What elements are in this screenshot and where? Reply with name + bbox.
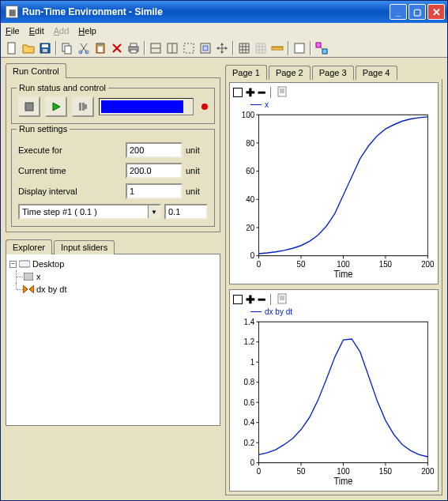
svg-rect-38 [21,262,28,266]
open-icon[interactable] [21,40,36,56]
svg-rect-11 [98,43,103,45]
stop-button[interactable] [18,96,40,117]
timestep-select[interactable]: Time step #1 ( 0.1 ) ▼ [18,204,161,220]
chart-checkbox[interactable] [233,88,243,97]
svg-text:0: 0 [257,467,262,477]
current-time-unit: unit [186,166,208,175]
svg-rect-29 [316,43,321,47]
tree-root[interactable]: − Desktop [9,258,216,270]
tab-run-control[interactable]: Run Control [6,63,66,78]
play-button[interactable] [45,96,67,117]
chart-legend: x [232,100,436,109]
timestep-value-input[interactable]: 0.1 [164,204,208,220]
pane-v-icon[interactable] [164,40,180,56]
content-area: Run Control Run status and control [1,58,447,500]
tree-item[interactable]: dx by dt [9,283,216,296]
svg-point-9 [85,51,88,54]
svg-rect-39 [24,273,33,281]
svg-rect-32 [25,103,33,111]
svg-rect-74 [259,322,428,462]
print-icon[interactable] [126,40,141,56]
run-control-body: Run status and control [6,77,220,232]
app-icon: ▦ [6,6,18,18]
display-interval-input[interactable]: 1 [126,183,183,199]
chevron-down-icon: ▼ [148,205,160,218]
svg-rect-30 [322,49,327,54]
toolbar [1,39,447,58]
link-icon[interactable] [314,40,329,56]
progress-bar [99,98,194,115]
svg-rect-16 [130,43,137,47]
svg-text:20: 20 [246,223,254,232]
svg-text:50: 50 [297,260,306,269]
select-icon[interactable] [198,40,213,56]
current-time-label: Current time [18,166,126,175]
svg-text:200: 200 [421,467,435,477]
current-time-input[interactable]: 200.0 [126,163,183,179]
frame-icon[interactable] [181,40,197,56]
titlebar[interactable]: ▦ Run-Time Environment - Simile _ ▢ ✕ [1,1,447,23]
copy-icon[interactable] [59,40,75,56]
tab-page-3[interactable]: Page 3 [312,66,354,80]
svg-text:0: 0 [257,260,262,269]
app-window: ▦ Run-Time Environment - Simile _ ▢ ✕ Fi… [0,0,448,501]
svg-text:Time: Time [334,477,353,487]
svg-rect-22 [184,43,194,53]
svg-point-8 [79,51,82,54]
chart-1: 05010015020000.20.40.60.811.21.4Time [233,316,435,488]
svg-text:Time: Time [334,269,353,280]
pause-button[interactable] [72,96,94,117]
svg-rect-34 [79,103,81,111]
explorer-tree: − Desktop x [6,254,220,426]
svg-text:40: 40 [246,194,254,204]
delete-icon[interactable] [109,40,125,56]
display-interval-unit: unit [186,186,208,196]
move-icon[interactable] [214,40,230,56]
menu-help[interactable]: Help [78,26,96,36]
execute-for-unit: unit [186,145,208,155]
tab-explorer[interactable]: Explorer [6,239,52,254]
properties-icon[interactable] [277,293,288,306]
menu-edit[interactable]: Edit [29,26,44,36]
properties-icon[interactable] [277,86,288,99]
minimize-button[interactable]: _ [390,4,407,20]
svg-text:1.2: 1.2 [244,337,255,347]
svg-text:200: 200 [421,260,435,269]
ruler-icon[interactable] [269,40,285,56]
save-icon[interactable] [37,40,53,56]
cut-icon[interactable] [76,40,92,56]
grid-off-icon[interactable] [253,40,269,56]
blank-icon[interactable] [292,40,307,56]
chart-panel-0: ✚ ━ x 050100150200020406080100Time [229,82,439,284]
svg-rect-35 [82,103,85,111]
minus-icon[interactable]: ━ [258,293,265,306]
tab-input-sliders[interactable]: Input sliders [54,240,115,254]
pane-h-icon[interactable] [148,40,164,56]
collapse-icon[interactable]: − [9,261,17,268]
tree-item[interactable]: x [9,270,216,283]
plus-icon[interactable]: ✚ [246,86,255,99]
tab-page-1[interactable]: Page 1 [225,65,267,80]
maximize-button[interactable]: ▢ [408,4,426,20]
tab-page-2[interactable]: Page 2 [269,66,311,80]
execute-for-label: Execute for [18,145,126,155]
close-button[interactable]: ✕ [427,4,445,20]
tab-page-4[interactable]: Page 4 [356,66,397,80]
paste-icon[interactable] [92,40,108,56]
menu-add: Add [54,26,70,36]
chart-checkbox[interactable] [233,295,243,304]
svg-marker-33 [53,103,60,111]
menu-file[interactable]: File [6,26,20,36]
new-icon[interactable] [4,40,20,56]
record-indicator-icon [201,104,208,110]
svg-text:100: 100 [242,110,255,119]
svg-text:0.8: 0.8 [244,378,255,387]
svg-text:100: 100 [337,260,350,269]
svg-rect-36 [85,104,87,109]
chart-panel-1: ✚ ━ dx by dt 05010015020000.20.40.60.811… [229,289,439,492]
minus-icon[interactable]: ━ [258,86,265,99]
execute-for-input[interactable]: 200 [126,142,183,158]
svg-text:0.4: 0.4 [244,418,255,428]
grid-icon[interactable] [236,40,252,56]
plus-icon[interactable]: ✚ [246,293,255,306]
